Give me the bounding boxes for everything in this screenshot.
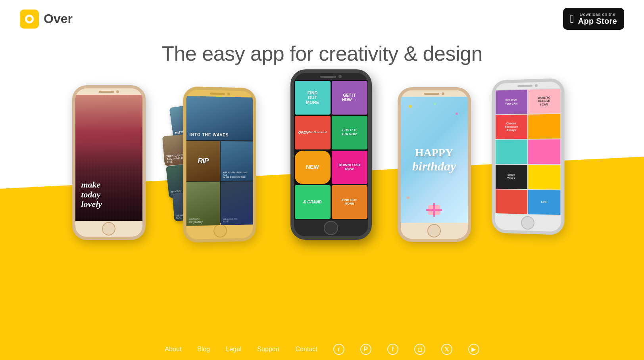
tile-download-now: DOWNLOADNOW bbox=[332, 151, 367, 184]
over-logo-icon bbox=[20, 10, 39, 29]
app-store-button[interactable]:  Download on the App Store bbox=[563, 8, 625, 30]
header: Over  Download on the App Store bbox=[0, 0, 644, 38]
phone-4: HAPPY birthday bbox=[398, 87, 471, 242]
footer-link-legal[interactable]: Legal bbox=[226, 346, 241, 353]
phone-2: INTO THE WAVES RIP THEY CAN TAKE THE ALL… bbox=[183, 86, 256, 243]
phone-2-screen: INTO THE WAVES RIP THEY CAN TAKE THE ALL… bbox=[186, 96, 253, 224]
phone-2-collage: INTO THE WAVES RIP THEY CAN TAKE THE ALL… bbox=[186, 96, 253, 224]
hero-title: The easy app for creativity & design bbox=[0, 42, 644, 65]
phone-3-shell: FINDOUTMORE GET ITNOW → OPENFor Business… bbox=[290, 69, 372, 240]
apple-icon:  bbox=[570, 13, 574, 25]
phone-3-screen: FINDOUTMORE GET ITNOW → OPENFor Business… bbox=[294, 80, 368, 220]
facebook-icon[interactable]: f bbox=[387, 344, 398, 355]
phone-4-shell: HAPPY birthday bbox=[398, 87, 471, 242]
phone-1: maketodaylovely bbox=[72, 85, 146, 240]
phone-1-shell: maketodaylovely bbox=[72, 85, 146, 240]
logo-area: Over bbox=[20, 10, 73, 29]
phone-4-screen: HAPPY birthday bbox=[401, 97, 468, 223]
phones-wrapper: maketodaylovely INTO THEWAVES THEY CAN T… bbox=[60, 65, 584, 323]
footer-link-about[interactable]: About bbox=[165, 346, 181, 353]
app-store-pre-text: Download on the bbox=[578, 12, 617, 17]
footer: About Blog Legal Support Contact t P f ◻… bbox=[0, 335, 644, 360]
phone-1-screen: maketodaylovely bbox=[75, 95, 142, 221]
tile-open: OPENFor Business! bbox=[295, 116, 331, 149]
footer-link-contact[interactable]: Contact bbox=[295, 346, 317, 353]
pinterest-icon[interactable]: P bbox=[360, 344, 371, 355]
footer-link-support[interactable]: Support bbox=[257, 346, 279, 353]
phone-3: FINDOUTMORE GET ITNOW → OPENFor Business… bbox=[290, 69, 372, 240]
tile-grand: & GRAND bbox=[295, 185, 331, 219]
phone-5-shell: BELIEVEYOU CAN DARE TOBELIEVEI CAN Choos… bbox=[492, 78, 564, 235]
phone-5-screen: BELIEVEYOU CAN DARE TOBELIEVEI CAN Choos… bbox=[495, 88, 561, 216]
tile-new: NEW bbox=[295, 151, 331, 184]
app-store-main-text: App Store bbox=[578, 17, 617, 26]
app-store-text: Download on the App Store bbox=[578, 12, 617, 26]
phone-2-shell: INTO THE WAVES RIP THEY CAN TAKE THE ALL… bbox=[183, 86, 256, 243]
youtube-icon[interactable]: ▶ bbox=[468, 344, 479, 355]
phone-1-overlay-text: maketodaylovely bbox=[81, 180, 102, 209]
tile-find-out-more: FINDOUTMORE bbox=[295, 81, 331, 115]
tile-get-it-now: GET ITNOW → bbox=[332, 81, 367, 115]
svg-point-2 bbox=[27, 17, 32, 21]
main-content: maketodaylovely INTO THEWAVES THEY CAN T… bbox=[0, 65, 644, 335]
tile-limited-edition: LIMITEDEDITION bbox=[332, 116, 367, 149]
footer-link-blog[interactable]: Blog bbox=[197, 346, 210, 353]
logo-text: Over bbox=[44, 11, 73, 26]
tumblr-icon[interactable]: t bbox=[333, 344, 344, 355]
twitter-icon[interactable]: 𝕏 bbox=[441, 344, 452, 355]
instagram-icon[interactable]: ◻ bbox=[414, 344, 425, 355]
tile-find-out-more-2: Find OutMORE bbox=[332, 185, 367, 219]
phone-5: BELIEVEYOU CAN DARE TOBELIEVEI CAN Choos… bbox=[492, 78, 564, 235]
